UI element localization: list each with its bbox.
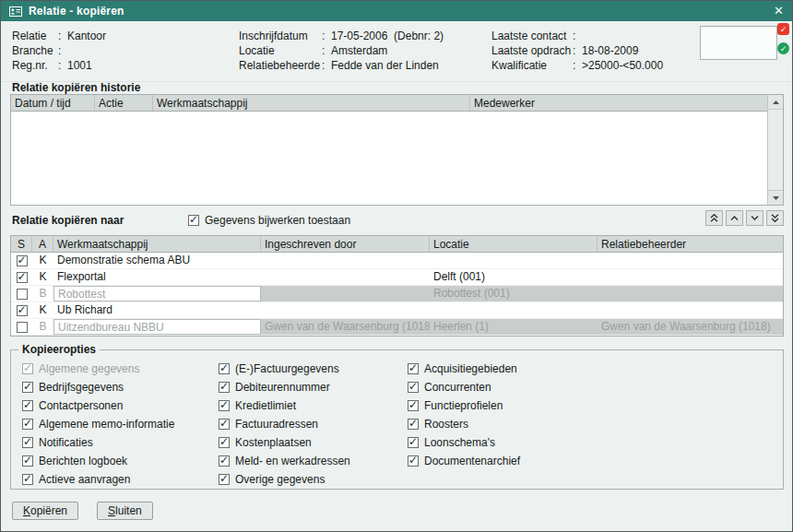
kopieren-button[interactable]: Kopiëren bbox=[12, 502, 78, 520]
checkbox[interactable] bbox=[408, 400, 419, 411]
checkbox[interactable] bbox=[408, 382, 419, 393]
header-column-3: Laatste contact Laatste opdrach18-08-200… bbox=[491, 29, 663, 73]
checkbox[interactable] bbox=[219, 363, 230, 374]
move-up-button[interactable] bbox=[726, 210, 743, 226]
checkbox[interactable] bbox=[219, 455, 230, 467]
move-top-button[interactable] bbox=[705, 210, 723, 226]
checkbox[interactable] bbox=[22, 437, 33, 448]
a-cell: K bbox=[32, 302, 53, 318]
move-down-button[interactable] bbox=[746, 210, 763, 226]
vertical-scrollbar[interactable] bbox=[767, 95, 783, 205]
table-row[interactable]: B Robottest Robottest (001) bbox=[11, 286, 783, 302]
close-icon[interactable]: ✕ bbox=[774, 1, 784, 21]
option-row[interactable]: (E-)Factuurgegevens bbox=[219, 360, 350, 378]
option-row[interactable]: Functieprofielen bbox=[408, 396, 520, 415]
checkbox[interactable] bbox=[22, 419, 33, 430]
checkbox[interactable] bbox=[188, 215, 199, 226]
locatie-cell bbox=[430, 253, 598, 268]
option-row[interactable]: Concurrenten bbox=[408, 378, 520, 396]
option-row[interactable]: Algemene gegevens bbox=[22, 360, 174, 378]
row-select-checkbox[interactable] bbox=[17, 289, 28, 300]
historie-section-title: Relatie kopiëren historie bbox=[12, 81, 140, 94]
gegevens-bijwerken-checkbox-row[interactable]: Gegevens bijwerken toestaan bbox=[188, 213, 350, 228]
field-colon bbox=[322, 43, 331, 58]
scroll-up-button[interactable] bbox=[768, 95, 783, 110]
row-select-checkbox[interactable] bbox=[17, 272, 28, 283]
locatie-cell: Delft (001) bbox=[430, 269, 598, 285]
green-check-icon[interactable]: ✓ bbox=[777, 42, 789, 54]
locatie-cell: Robottest (001) bbox=[430, 286, 598, 301]
table-row[interactable]: K Ub Richard bbox=[11, 302, 783, 319]
option-row[interactable]: Roosters bbox=[408, 415, 520, 433]
checkbox[interactable] bbox=[22, 474, 33, 485]
checkbox[interactable] bbox=[219, 382, 230, 393]
checkbox-label: Bedrijfsgegevens bbox=[39, 381, 124, 394]
locatie-cell: Heerlen (1) bbox=[430, 319, 598, 335]
kopieren-naar-section-title: Relatie kopiëren naar bbox=[12, 214, 124, 227]
column-header-medewerker: Medewerker bbox=[470, 95, 767, 111]
table-row[interactable]: K Demonstratie schema ABU bbox=[11, 253, 783, 269]
checkbox-label: Kredietlimiet bbox=[235, 399, 296, 412]
kopieren-naar-table: S A Werkmaatschappij Ingeschreven door L… bbox=[10, 235, 784, 337]
red-check-icon[interactable]: ✓ bbox=[777, 23, 789, 35]
table-row[interactable]: B Uitzendbureau NBBU Gwen van de Waarsen… bbox=[11, 319, 783, 336]
checkbox[interactable] bbox=[408, 363, 419, 374]
option-row[interactable]: Debiteurennummer bbox=[219, 378, 350, 396]
checkbox[interactable] bbox=[22, 455, 33, 467]
option-row[interactable]: Kostenplaatsen bbox=[219, 433, 350, 452]
checkbox-label: Algemene gegevens bbox=[39, 362, 139, 375]
option-row[interactable]: Berichten logboek bbox=[22, 452, 174, 470]
row-select-checkbox[interactable] bbox=[17, 255, 28, 266]
checkbox-label: Algemene memo-informatie bbox=[39, 418, 174, 431]
checkbox-label: Contactpersonen bbox=[39, 399, 123, 412]
a-cell: K bbox=[32, 269, 53, 285]
table-row[interactable]: K Flexportal Delft (001) bbox=[11, 269, 783, 286]
row-select-checkbox[interactable] bbox=[17, 305, 28, 316]
scroll-up-icon bbox=[773, 100, 779, 104]
checkbox[interactable] bbox=[219, 400, 230, 411]
checkbox-label: Roosters bbox=[424, 418, 468, 431]
select-cell bbox=[11, 253, 32, 268]
dialog-relatie-kopieren: Relatie - kopiëren ✕ RelatieKantoor Bran… bbox=[0, 0, 793, 532]
ingeschreven-door-cell: Gwen van de Waarsenburg (1018) bbox=[261, 319, 430, 335]
checkbox[interactable] bbox=[219, 474, 230, 485]
column-header-a: A bbox=[32, 236, 53, 252]
checkbox[interactable] bbox=[219, 437, 230, 448]
checkbox[interactable] bbox=[408, 455, 419, 467]
option-row[interactable]: Factuuradressen bbox=[219, 415, 350, 433]
option-row[interactable]: Notificaties bbox=[22, 433, 174, 452]
photo-placeholder bbox=[700, 26, 777, 60]
option-row[interactable]: Bedrijfsgegevens bbox=[22, 378, 174, 396]
option-row[interactable]: Algemene memo-informatie bbox=[22, 415, 174, 433]
field-value: Kantoor bbox=[67, 29, 106, 43]
checkbox[interactable] bbox=[22, 400, 33, 411]
option-row[interactable]: Acquisitiegebieden bbox=[408, 360, 520, 378]
option-row[interactable]: Actieve aanvragen bbox=[22, 470, 174, 489]
checkbox-label: Debiteurennummer bbox=[235, 381, 330, 394]
chevrons-up-icon bbox=[709, 213, 719, 223]
checkbox[interactable] bbox=[408, 437, 419, 448]
move-bottom-button[interactable] bbox=[766, 210, 784, 226]
checkbox[interactable] bbox=[408, 419, 419, 430]
checkbox[interactable] bbox=[22, 363, 33, 374]
relatiebeheerder-cell bbox=[598, 253, 783, 268]
option-row[interactable]: Kredietlimiet bbox=[219, 396, 350, 415]
checkbox-label: Actieve aanvragen bbox=[39, 473, 130, 486]
checkbox-label: Documentenarchief bbox=[424, 455, 520, 467]
row-select-checkbox[interactable] bbox=[17, 322, 28, 333]
column-header-actie: Actie bbox=[95, 95, 153, 111]
select-cell bbox=[11, 319, 32, 335]
checkbox[interactable] bbox=[22, 382, 33, 393]
scroll-down-button[interactable] bbox=[768, 190, 783, 205]
sluiten-button[interactable]: Sluiten bbox=[97, 502, 153, 520]
option-row[interactable]: Contactpersonen bbox=[22, 396, 174, 415]
field-value: 17-05-2006 (Debnr: 2) bbox=[331, 29, 444, 43]
field-colon bbox=[58, 29, 67, 43]
chevrons-down-icon bbox=[770, 213, 780, 223]
option-row[interactable]: Meld- en werkadressen bbox=[219, 452, 350, 470]
select-cell bbox=[11, 269, 32, 285]
option-row[interactable]: Overige gegevens bbox=[219, 470, 350, 489]
option-row[interactable]: Loonschema's bbox=[408, 433, 520, 452]
checkbox[interactable] bbox=[219, 419, 230, 430]
option-row[interactable]: Documentenarchief bbox=[408, 452, 520, 470]
